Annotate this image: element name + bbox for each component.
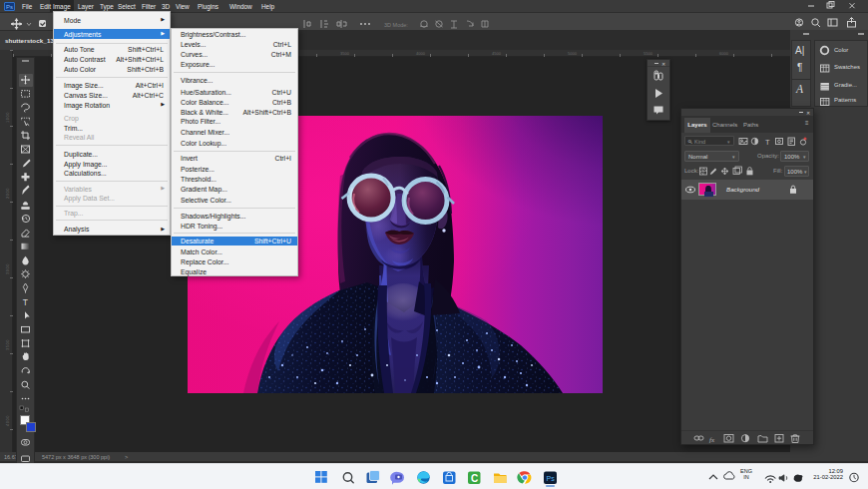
svg-text:fx: fx <box>709 436 715 444</box>
svg-text:T: T <box>765 138 770 147</box>
svg-text:T: T <box>23 297 28 307</box>
svg-text:Ps: Ps <box>547 475 556 482</box>
svg-text:C: C <box>471 473 478 484</box>
svg-text:3D Mode:: 3D Mode: <box>384 22 408 28</box>
